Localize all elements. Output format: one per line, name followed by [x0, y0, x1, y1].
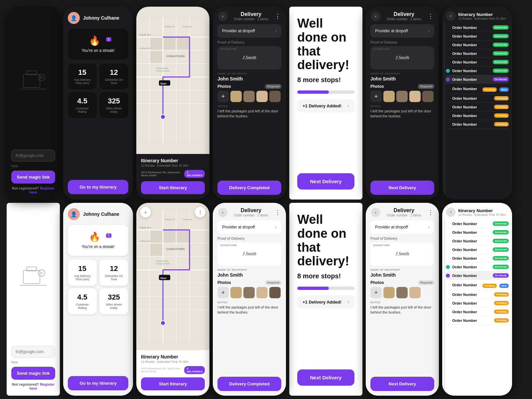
added-delivery-row-light[interactable]: +1 Delivery Added! ›: [297, 295, 354, 309]
provider-row3-light[interactable]: Provider at dropoff ›: [370, 220, 434, 234]
itin-item-11-dark[interactable]: Order Number Pending: [446, 111, 509, 120]
itin-back-btn-dark[interactable]: ‹: [446, 11, 456, 21]
login-illustration-dark: [11, 12, 55, 150]
itin-item-7-light[interactable]: Order Number On Route: [446, 271, 509, 280]
required-badge-dark: Required: [265, 84, 281, 89]
map-back-btn-light[interactable]: ‹: [140, 207, 151, 217]
itin-item-6-light[interactable]: Order Number Delivered: [446, 263, 509, 271]
delivery-screen-dark: ‹ Delivery Order number · 2 items ⋮ Prov…: [213, 7, 286, 200]
itin-item-1-dark[interactable]: Order Number Delivered: [446, 23, 509, 32]
more-options-dark[interactable]: ⋮: [275, 13, 281, 20]
svg-text:Francisco Hotel: Francisco Hotel: [156, 70, 170, 72]
itin-item-7-dark[interactable]: Order Number On Route: [446, 75, 509, 84]
itin-item-8-light[interactable]: Order Number Pending New: [446, 280, 509, 290]
svg-rect-49: [150, 231, 162, 243]
more-options2-dark[interactable]: ⋮: [428, 13, 434, 20]
itin-item-4-light[interactable]: Order Number Delivered: [446, 245, 509, 254]
itin-item-10-dark[interactable]: Order Number Pending: [446, 103, 509, 111]
delivery-title3-light: Delivery: [380, 207, 428, 213]
svg-rect-6: [136, 17, 209, 144]
next-delivery-btn-dark[interactable]: Next Delivery: [370, 181, 434, 195]
itin-back-btn-light[interactable]: ‹: [446, 207, 456, 217]
back-btn2-dark[interactable]: ‹: [371, 12, 380, 21]
svg-rect-19: [150, 51, 162, 63]
photo-1c-light: [383, 287, 395, 298]
svg-text:Jackson St: Jackson St: [165, 218, 175, 220]
start-itinerary-btn-light[interactable]: Start Itinerary: [141, 377, 205, 390]
map-screen-light: Pacific Ave California St Jackson St Fra…: [136, 203, 209, 396]
start-itinerary-btn-dark[interactable]: Start Itinerary: [141, 181, 205, 194]
streak-num-dark: 5: [106, 37, 111, 42]
photo-4b-dark: [422, 91, 434, 102]
photo-3-light: [256, 287, 268, 298]
itin-item-5-light[interactable]: Order Number Delivered: [446, 254, 509, 263]
next-delivery-btn-light[interactable]: Next Delivery: [370, 377, 434, 391]
added-delivery-row-dark[interactable]: +1 Delivery Added! ›: [297, 99, 354, 112]
itin-item-8-dark[interactable]: Order Number Pending New: [446, 84, 509, 94]
itin-title-light: Itinerary Number: [458, 208, 508, 213]
login-hint-dark: here: [11, 164, 55, 168]
delivery-screen-light: ‹ Delivery Order number · 2 items ⋮ Prov…: [213, 203, 286, 396]
email-input-dark[interactable]: [11, 150, 55, 162]
delivery-completed-btn-light[interactable]: Delivery Completed: [217, 377, 281, 391]
itin-item-6-dark[interactable]: Order Number Delivered: [446, 66, 509, 75]
email-input-light[interactable]: [11, 346, 55, 358]
svg-text:Fairmont San: Fairmont San: [156, 67, 168, 69]
itin-item-9-light[interactable]: Order Number Pending: [446, 290, 509, 299]
itin-item-2-light[interactable]: Order Number Delivered: [446, 228, 509, 237]
itin-item-11-light[interactable]: Order Number Pending: [446, 308, 509, 316]
svg-text:Francisco Hotel: Francisco Hotel: [156, 263, 170, 265]
svg-text:Jackson St: Jackson St: [165, 26, 175, 28]
delivery-subtitle-light: Order number · 2 items: [227, 213, 275, 217]
provider-row2-dark[interactable]: Provider at dropoff ›: [370, 24, 434, 38]
back-btn-dark[interactable]: ‹: [218, 12, 227, 21]
next-delivery-btn-welldone-dark[interactable]: Next Delivery: [297, 173, 354, 190]
itin-item-9-dark[interactable]: Order Number Pending: [446, 94, 509, 103]
itin-title-dark: Itinerary Number: [458, 12, 508, 17]
delivery-completed-btn-dark[interactable]: Delivery Completed: [217, 181, 281, 195]
add-photo-btn-dark[interactable]: +: [217, 91, 229, 102]
add-photo-btn-light[interactable]: +: [217, 287, 229, 298]
svg-text:Pacific Ave: Pacific Ave: [140, 34, 151, 36]
itin-item-2-dark[interactable]: Order Number Delivered: [446, 32, 509, 41]
svg-rect-0: [23, 74, 40, 87]
delivery-title2-dark: Delivery: [380, 11, 428, 17]
dashboard-screen-dark: 👤 Johnny Culhane 🔥 5 You're on a streak!…: [63, 7, 133, 200]
proof-label-dark: Proof of Delivery: [217, 40, 281, 44]
itinerary-button-dark[interactable]: Go to my Itinerary: [68, 180, 128, 194]
itin-item-12-dark[interactable]: Order Number Pending: [446, 120, 509, 129]
photos-label2-dark: Photos: [370, 84, 384, 89]
add-photo-btn3-light[interactable]: +: [370, 287, 382, 298]
magic-link-button-light[interactable]: Send magic link: [11, 367, 55, 380]
map-more-btn-light[interactable]: ⋮: [195, 207, 205, 217]
stat-rating-light: 4.5 Customer Rating: [68, 288, 97, 314]
itin-item-3-light[interactable]: Order Number Delivered: [446, 237, 509, 245]
itin-item-1-light[interactable]: Order Number Delivered: [446, 219, 509, 228]
map-address-dark: 2972 Westheimer Rd, Santa Ana, Illinois …: [141, 171, 184, 177]
stat-on-time-light: 12 Deliveries On Time: [99, 260, 128, 286]
svg-text:Francisco: Francisco: [183, 26, 192, 28]
add-photo-btn2-dark[interactable]: +: [370, 91, 382, 102]
welldone-title-dark: Well done on that delivery!: [297, 17, 354, 72]
flame-icon-light: 🔥: [89, 232, 100, 242]
itin-item-4-dark[interactable]: Order Number Delivered: [446, 49, 509, 58]
next-delivery-btn-welldone-light[interactable]: Next Delivery: [297, 369, 354, 386]
photo-2-light: [243, 287, 255, 298]
back-btn3-light[interactable]: ‹: [371, 208, 380, 217]
more-options3-light[interactable]: ⋮: [428, 209, 434, 216]
back-btn-light[interactable]: ‹: [218, 208, 227, 217]
notes-text3-light: I left the packages just left of the doo…: [370, 305, 434, 315]
provider-row-light[interactable]: Provider at dropoff ›: [217, 220, 281, 234]
svg-text:Fairmont San: Fairmont San: [156, 260, 168, 262]
itin-item-5-dark[interactable]: Order Number Delivered: [446, 58, 509, 66]
more-options-light[interactable]: ⋮: [275, 209, 281, 216]
itin-item-10-light[interactable]: Order Number Pending: [446, 299, 509, 308]
photo-3b-dark: [409, 91, 421, 102]
magic-link-button-dark[interactable]: Send magic link: [11, 171, 55, 184]
avatar-light: 👤: [68, 208, 80, 220]
itinerary-button-light[interactable]: Go to my Itinerary: [68, 376, 128, 390]
itin-item-12-light[interactable]: Order Number Pending: [446, 316, 509, 325]
login-screen-light: here Send magic link Not registered? Reg…: [7, 203, 60, 396]
itin-item-3-dark[interactable]: Order Number Delivered: [446, 41, 509, 49]
provider-row-dark[interactable]: Provider at dropoff ›: [217, 24, 281, 38]
